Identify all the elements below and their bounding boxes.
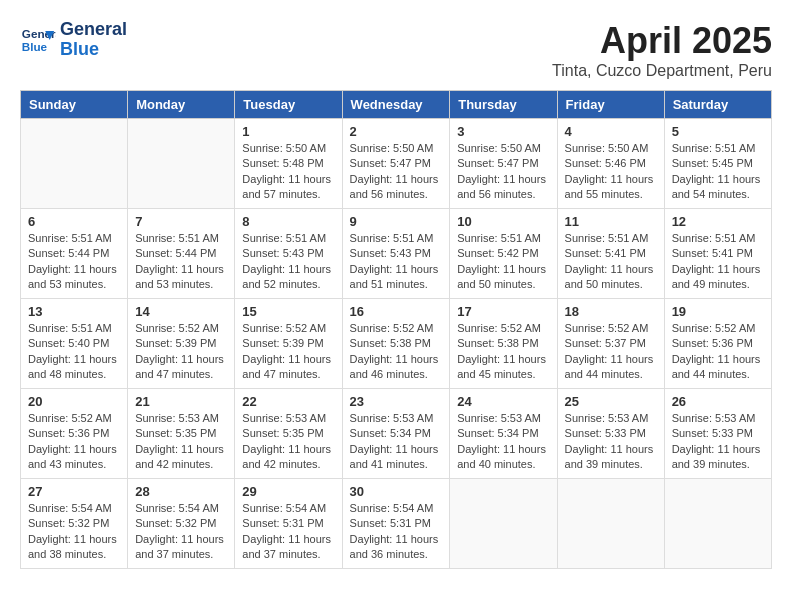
day-info: Sunrise: 5:54 AM Sunset: 5:32 PM Dayligh… bbox=[28, 501, 120, 563]
day-info: Sunrise: 5:52 AM Sunset: 5:37 PM Dayligh… bbox=[565, 321, 657, 383]
day-info: Sunrise: 5:53 AM Sunset: 5:33 PM Dayligh… bbox=[565, 411, 657, 473]
calendar-cell: 1Sunrise: 5:50 AM Sunset: 5:48 PM Daylig… bbox=[235, 119, 342, 209]
day-info: Sunrise: 5:51 AM Sunset: 5:43 PM Dayligh… bbox=[242, 231, 334, 293]
calendar-cell: 7Sunrise: 5:51 AM Sunset: 5:44 PM Daylig… bbox=[128, 209, 235, 299]
day-info: Sunrise: 5:50 AM Sunset: 5:47 PM Dayligh… bbox=[350, 141, 443, 203]
weekday-header: Friday bbox=[557, 91, 664, 119]
calendar-week-row: 27Sunrise: 5:54 AM Sunset: 5:32 PM Dayli… bbox=[21, 479, 772, 569]
day-number: 9 bbox=[350, 214, 443, 229]
calendar-cell bbox=[450, 479, 557, 569]
calendar-cell: 18Sunrise: 5:52 AM Sunset: 5:37 PM Dayli… bbox=[557, 299, 664, 389]
calendar-cell: 26Sunrise: 5:53 AM Sunset: 5:33 PM Dayli… bbox=[664, 389, 771, 479]
day-info: Sunrise: 5:51 AM Sunset: 5:43 PM Dayligh… bbox=[350, 231, 443, 293]
calendar-week-row: 6Sunrise: 5:51 AM Sunset: 5:44 PM Daylig… bbox=[21, 209, 772, 299]
calendar-cell: 12Sunrise: 5:51 AM Sunset: 5:41 PM Dayli… bbox=[664, 209, 771, 299]
day-number: 1 bbox=[242, 124, 334, 139]
calendar-cell: 2Sunrise: 5:50 AM Sunset: 5:47 PM Daylig… bbox=[342, 119, 450, 209]
day-number: 29 bbox=[242, 484, 334, 499]
day-number: 26 bbox=[672, 394, 764, 409]
day-info: Sunrise: 5:53 AM Sunset: 5:35 PM Dayligh… bbox=[135, 411, 227, 473]
calendar-cell bbox=[557, 479, 664, 569]
calendar-cell: 25Sunrise: 5:53 AM Sunset: 5:33 PM Dayli… bbox=[557, 389, 664, 479]
calendar-cell: 30Sunrise: 5:54 AM Sunset: 5:31 PM Dayli… bbox=[342, 479, 450, 569]
day-number: 30 bbox=[350, 484, 443, 499]
day-number: 22 bbox=[242, 394, 334, 409]
day-number: 4 bbox=[565, 124, 657, 139]
day-number: 15 bbox=[242, 304, 334, 319]
weekday-header: Monday bbox=[128, 91, 235, 119]
weekday-header: Thursday bbox=[450, 91, 557, 119]
calendar-cell: 16Sunrise: 5:52 AM Sunset: 5:38 PM Dayli… bbox=[342, 299, 450, 389]
calendar-cell: 24Sunrise: 5:53 AM Sunset: 5:34 PM Dayli… bbox=[450, 389, 557, 479]
weekday-header: Wednesday bbox=[342, 91, 450, 119]
day-info: Sunrise: 5:50 AM Sunset: 5:48 PM Dayligh… bbox=[242, 141, 334, 203]
day-info: Sunrise: 5:50 AM Sunset: 5:46 PM Dayligh… bbox=[565, 141, 657, 203]
day-info: Sunrise: 5:51 AM Sunset: 5:44 PM Dayligh… bbox=[28, 231, 120, 293]
calendar-cell: 23Sunrise: 5:53 AM Sunset: 5:34 PM Dayli… bbox=[342, 389, 450, 479]
calendar-cell: 10Sunrise: 5:51 AM Sunset: 5:42 PM Dayli… bbox=[450, 209, 557, 299]
calendar-cell: 6Sunrise: 5:51 AM Sunset: 5:44 PM Daylig… bbox=[21, 209, 128, 299]
day-number: 20 bbox=[28, 394, 120, 409]
day-number: 28 bbox=[135, 484, 227, 499]
day-info: Sunrise: 5:52 AM Sunset: 5:38 PM Dayligh… bbox=[350, 321, 443, 383]
day-number: 11 bbox=[565, 214, 657, 229]
day-info: Sunrise: 5:51 AM Sunset: 5:45 PM Dayligh… bbox=[672, 141, 764, 203]
calendar-cell: 9Sunrise: 5:51 AM Sunset: 5:43 PM Daylig… bbox=[342, 209, 450, 299]
calendar-cell: 11Sunrise: 5:51 AM Sunset: 5:41 PM Dayli… bbox=[557, 209, 664, 299]
day-info: Sunrise: 5:53 AM Sunset: 5:34 PM Dayligh… bbox=[350, 411, 443, 473]
day-number: 5 bbox=[672, 124, 764, 139]
calendar-cell: 5Sunrise: 5:51 AM Sunset: 5:45 PM Daylig… bbox=[664, 119, 771, 209]
calendar-cell: 21Sunrise: 5:53 AM Sunset: 5:35 PM Dayli… bbox=[128, 389, 235, 479]
day-number: 7 bbox=[135, 214, 227, 229]
weekday-header: Tuesday bbox=[235, 91, 342, 119]
day-number: 19 bbox=[672, 304, 764, 319]
svg-text:Blue: Blue bbox=[22, 40, 48, 53]
day-info: Sunrise: 5:51 AM Sunset: 5:40 PM Dayligh… bbox=[28, 321, 120, 383]
calendar-header-row: SundayMondayTuesdayWednesdayThursdayFrid… bbox=[21, 91, 772, 119]
day-number: 8 bbox=[242, 214, 334, 229]
day-number: 21 bbox=[135, 394, 227, 409]
day-number: 27 bbox=[28, 484, 120, 499]
month-title: April 2025 bbox=[552, 20, 772, 62]
day-info: Sunrise: 5:50 AM Sunset: 5:47 PM Dayligh… bbox=[457, 141, 549, 203]
day-number: 18 bbox=[565, 304, 657, 319]
location-title: Tinta, Cuzco Department, Peru bbox=[552, 62, 772, 80]
calendar-cell: 20Sunrise: 5:52 AM Sunset: 5:36 PM Dayli… bbox=[21, 389, 128, 479]
day-info: Sunrise: 5:54 AM Sunset: 5:32 PM Dayligh… bbox=[135, 501, 227, 563]
calendar-cell bbox=[664, 479, 771, 569]
calendar-cell: 29Sunrise: 5:54 AM Sunset: 5:31 PM Dayli… bbox=[235, 479, 342, 569]
day-number: 10 bbox=[457, 214, 549, 229]
calendar-cell: 13Sunrise: 5:51 AM Sunset: 5:40 PM Dayli… bbox=[21, 299, 128, 389]
calendar-cell bbox=[128, 119, 235, 209]
weekday-header: Sunday bbox=[21, 91, 128, 119]
day-info: Sunrise: 5:53 AM Sunset: 5:34 PM Dayligh… bbox=[457, 411, 549, 473]
day-number: 14 bbox=[135, 304, 227, 319]
day-info: Sunrise: 5:51 AM Sunset: 5:41 PM Dayligh… bbox=[565, 231, 657, 293]
logo-icon: General Blue bbox=[20, 22, 56, 58]
calendar-cell bbox=[21, 119, 128, 209]
day-number: 6 bbox=[28, 214, 120, 229]
calendar-cell: 4Sunrise: 5:50 AM Sunset: 5:46 PM Daylig… bbox=[557, 119, 664, 209]
logo-blue: Blue bbox=[60, 40, 127, 60]
day-info: Sunrise: 5:52 AM Sunset: 5:36 PM Dayligh… bbox=[28, 411, 120, 473]
day-info: Sunrise: 5:53 AM Sunset: 5:33 PM Dayligh… bbox=[672, 411, 764, 473]
calendar-cell: 27Sunrise: 5:54 AM Sunset: 5:32 PM Dayli… bbox=[21, 479, 128, 569]
day-info: Sunrise: 5:52 AM Sunset: 5:38 PM Dayligh… bbox=[457, 321, 549, 383]
calendar-cell: 17Sunrise: 5:52 AM Sunset: 5:38 PM Dayli… bbox=[450, 299, 557, 389]
day-info: Sunrise: 5:54 AM Sunset: 5:31 PM Dayligh… bbox=[242, 501, 334, 563]
calendar-week-row: 1Sunrise: 5:50 AM Sunset: 5:48 PM Daylig… bbox=[21, 119, 772, 209]
calendar-cell: 19Sunrise: 5:52 AM Sunset: 5:36 PM Dayli… bbox=[664, 299, 771, 389]
weekday-header: Saturday bbox=[664, 91, 771, 119]
calendar-cell: 8Sunrise: 5:51 AM Sunset: 5:43 PM Daylig… bbox=[235, 209, 342, 299]
day-info: Sunrise: 5:51 AM Sunset: 5:41 PM Dayligh… bbox=[672, 231, 764, 293]
day-number: 25 bbox=[565, 394, 657, 409]
day-info: Sunrise: 5:52 AM Sunset: 5:39 PM Dayligh… bbox=[135, 321, 227, 383]
day-info: Sunrise: 5:53 AM Sunset: 5:35 PM Dayligh… bbox=[242, 411, 334, 473]
day-info: Sunrise: 5:52 AM Sunset: 5:39 PM Dayligh… bbox=[242, 321, 334, 383]
calendar-week-row: 13Sunrise: 5:51 AM Sunset: 5:40 PM Dayli… bbox=[21, 299, 772, 389]
logo-general: General bbox=[60, 20, 127, 40]
calendar-table: SundayMondayTuesdayWednesdayThursdayFrid… bbox=[20, 90, 772, 569]
title-section: April 2025 Tinta, Cuzco Department, Peru bbox=[552, 20, 772, 80]
logo: General Blue General Blue bbox=[20, 20, 127, 60]
day-info: Sunrise: 5:51 AM Sunset: 5:44 PM Dayligh… bbox=[135, 231, 227, 293]
